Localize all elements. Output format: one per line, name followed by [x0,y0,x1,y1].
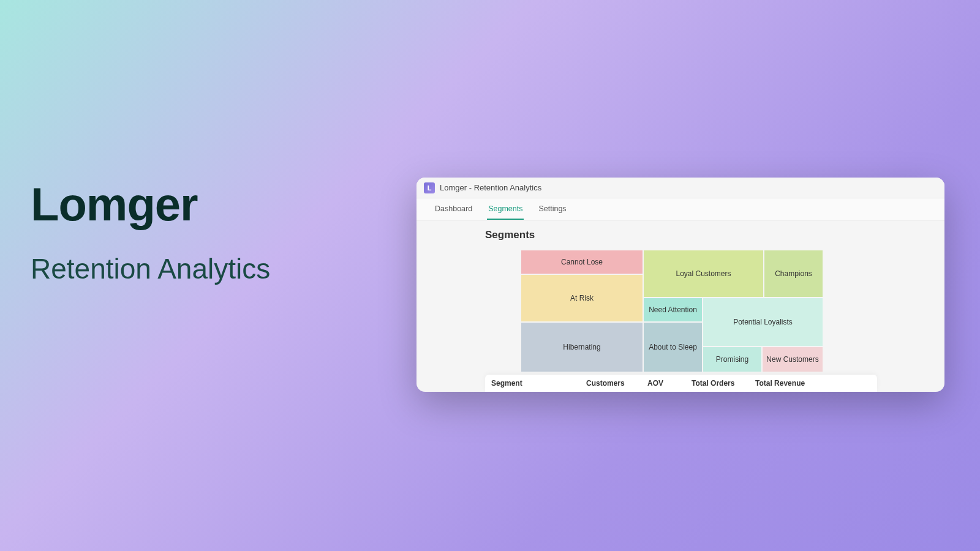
tab-settings[interactable]: Settings [537,199,567,220]
table-header-total-revenue[interactable]: Total Revenue [755,379,823,388]
segment-tile-hibernating[interactable]: Hibernating [521,322,643,372]
segment-tile-at-risk[interactable]: At Risk [521,274,643,322]
tab-dashboard[interactable]: Dashboard [434,199,473,220]
segment-tile-loyal-customers[interactable]: Loyal Customers [643,250,764,298]
segment-tile-need-attention[interactable]: Need Attention [643,298,703,322]
app-window: L Lomger - Retention Analytics Dashboard… [417,178,944,392]
content-area: Segments Cannot Lose At Risk Hibernating… [417,220,944,372]
hero-subtitle: Retention Analytics [31,252,270,285]
table-header-aov[interactable]: AOV [647,379,692,388]
titlebar: L Lomger - Retention Analytics [417,178,944,198]
segment-tile-new-customers[interactable]: New Customers [762,347,823,372]
segment-tile-champions[interactable]: Champions [764,250,823,298]
hero-text: Lomger Retention Analytics [31,178,270,285]
window-title: Lomger - Retention Analytics [440,183,541,192]
section-title: Segments [485,229,944,241]
segment-tile-cannot-lose[interactable]: Cannot Lose [521,250,643,274]
segment-tile-promising[interactable]: Promising [703,347,762,372]
nav-tabs: Dashboard Segments Settings [417,198,944,220]
tab-segments[interactable]: Segments [487,199,524,220]
hero-title: Lomger [31,178,270,231]
table-header-customers[interactable]: Customers [586,379,647,388]
segment-treemap: Cannot Lose At Risk Hibernating Loyal Cu… [521,250,862,372]
table-header-row: Segment Customers AOV Total Orders Total… [485,375,877,392]
segment-tile-about-to-sleep[interactable]: About to Sleep [643,322,703,372]
table-header-segment[interactable]: Segment [491,379,586,388]
segment-tile-potential-loyalists[interactable]: Potential Loyalists [703,298,823,347]
app-logo-icon: L [424,182,435,193]
table-header-total-orders[interactable]: Total Orders [692,379,755,388]
